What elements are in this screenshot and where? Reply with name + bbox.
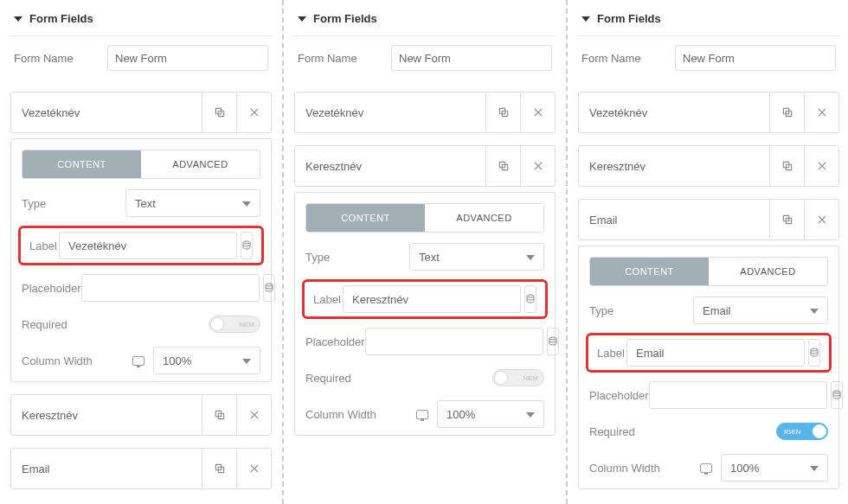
field-header[interactable]: Email (11, 449, 271, 488)
toggle-off-text: NEM (523, 374, 538, 382)
type-row: Type Text (295, 236, 555, 278)
field-title: Keresztnév (295, 160, 485, 173)
required-toggle[interactable]: NEM (492, 369, 544, 386)
remove-button[interactable] (520, 146, 555, 186)
field-header[interactable]: Keresztnév (11, 395, 271, 435)
form-name-label: Form Name (298, 52, 391, 65)
close-icon (816, 106, 828, 118)
field-title: Email (579, 214, 769, 226)
tab-advanced[interactable]: ADVANCED (709, 258, 827, 285)
dynamic-tags-button[interactable] (547, 328, 559, 355)
tab-content[interactable]: CONTENT (590, 258, 709, 285)
field-item: Keresztnév (10, 394, 272, 436)
section-title: Form Fields (29, 12, 93, 25)
duplicate-button[interactable] (202, 93, 236, 132)
duplicate-button[interactable] (202, 449, 236, 488)
column-width-select[interactable]: 100% (721, 454, 828, 482)
remove-button[interactable] (804, 146, 838, 186)
duplicate-button[interactable] (769, 146, 804, 186)
chevron-down-icon (526, 412, 535, 418)
field-header[interactable]: Keresztnév (579, 146, 838, 186)
column-width-select[interactable]: 100% (153, 347, 260, 374)
tab-content[interactable]: CONTENT (22, 150, 141, 178)
duplicate-button[interactable] (202, 395, 236, 435)
type-row: Type Email (579, 290, 838, 331)
dynamic-tags-button[interactable] (808, 339, 820, 367)
section-title: Form Fields (597, 12, 661, 25)
svg-point-21 (833, 391, 840, 393)
label-input[interactable] (626, 339, 805, 367)
copy-icon (214, 463, 226, 475)
section-header[interactable]: Form Fields (10, 0, 272, 36)
label-input[interactable] (59, 232, 237, 259)
field-title: Vezetéknév (579, 106, 769, 119)
duplicate-button[interactable] (769, 93, 804, 132)
field-header[interactable]: Vezetéknév (11, 93, 271, 132)
field-header[interactable]: Vezetéknév (295, 93, 555, 132)
required-toggle[interactable]: NEM (209, 316, 260, 333)
column-width-select[interactable]: 100% (437, 400, 544, 428)
toggle-knob (494, 371, 508, 385)
field-header[interactable]: Email (579, 200, 838, 239)
responsive-icon[interactable] (700, 463, 712, 473)
remove-button[interactable] (804, 93, 838, 132)
tab-advanced[interactable]: ADVANCED (425, 204, 543, 232)
duplicate-button[interactable] (485, 93, 520, 132)
copy-icon (498, 160, 510, 172)
field-title: Keresztnév (579, 160, 769, 173)
placeholder-input[interactable] (649, 381, 827, 409)
field-title: Vezetéknév (295, 106, 485, 119)
section-header[interactable]: Form Fields (294, 0, 556, 36)
required-label: Required (305, 372, 409, 385)
type-select[interactable]: Text (125, 189, 260, 217)
field-header[interactable]: Vezetéknév (579, 93, 838, 132)
copy-icon (781, 214, 793, 226)
remove-button[interactable] (520, 93, 555, 132)
label-row: Label (302, 279, 548, 319)
chevron-down-icon (526, 255, 535, 260)
required-row: Required NEM (295, 362, 555, 393)
type-select[interactable]: Email (693, 297, 828, 324)
toggle-knob (210, 317, 224, 331)
dynamic-tags-button[interactable] (241, 232, 253, 259)
form-name-row: Form Name (578, 36, 839, 80)
remove-button[interactable] (804, 200, 838, 239)
field-editor: CONTENT ADVANCED Type Text Label Placeho… (10, 138, 272, 382)
label-label: Label (29, 239, 59, 252)
chevron-down-icon (242, 201, 251, 207)
responsive-icon[interactable] (132, 356, 145, 366)
remove-button[interactable] (236, 93, 271, 132)
duplicate-button[interactable] (769, 200, 804, 239)
remove-button[interactable] (236, 449, 271, 488)
placeholder-row: Placeholder (295, 321, 555, 362)
remove-button[interactable] (236, 395, 271, 435)
form-name-input[interactable] (107, 45, 268, 71)
column-width-value: 100% (446, 408, 475, 421)
placeholder-input[interactable] (365, 328, 543, 355)
label-row: Label (18, 226, 264, 265)
field-item: Email (10, 448, 272, 489)
form-name-input[interactable] (391, 45, 552, 71)
duplicate-button[interactable] (485, 146, 520, 186)
svg-point-2 (243, 241, 250, 244)
section-header[interactable]: Form Fields (578, 0, 839, 36)
required-toggle[interactable]: IGEN (776, 423, 828, 440)
column-width-row: Column Width 100% (295, 393, 555, 435)
placeholder-input[interactable] (81, 274, 260, 302)
responsive-icon[interactable] (416, 410, 428, 419)
type-select[interactable]: Text (409, 243, 544, 271)
label-input[interactable] (343, 285, 521, 313)
form-name-input[interactable] (675, 45, 836, 71)
tab-content[interactable]: CONTENT (306, 204, 425, 232)
dynamic-tags-button[interactable] (263, 274, 275, 302)
dynamic-tags-button[interactable] (524, 285, 536, 313)
tab-advanced[interactable]: ADVANCED (141, 150, 260, 178)
copy-icon (781, 106, 793, 118)
field-title: Email (11, 463, 202, 475)
database-icon (548, 336, 558, 347)
field-header[interactable]: Keresztnév (295, 146, 555, 186)
svg-point-13 (549, 337, 556, 340)
panel-3: Form Fields Form Name Vezetéknév Kereszt… (568, 0, 848, 504)
close-icon (248, 106, 260, 118)
dynamic-tags-button[interactable] (831, 381, 843, 409)
